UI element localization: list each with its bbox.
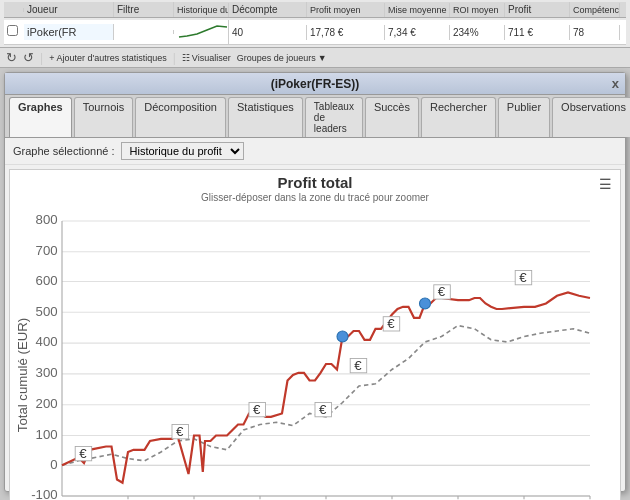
row-profit-moyen: 17,78 € [307, 25, 385, 40]
chart-svg: Total cumulé (EUR) 800 700 600 500 [18, 207, 612, 500]
col-checkbox [4, 8, 24, 12]
col-competence: Compétence [570, 3, 620, 17]
window-title-bar: (iPoker(FR-ES)) x [5, 73, 625, 95]
row-player: iPoker(FR [24, 24, 114, 40]
chart-menu-icon[interactable]: ☰ [599, 176, 612, 192]
row-checkbox[interactable] [4, 23, 24, 41]
row-roi-moyen: 234% [450, 25, 505, 40]
top-toolbar: Joueur Filtre Historique du profit Décom… [0, 0, 630, 48]
svg-text:€: € [176, 424, 184, 439]
row-decompte: 40 [229, 25, 307, 40]
svg-text:€: € [387, 316, 395, 331]
add-stats-label: Ajouter d'autres statistiques [56, 53, 166, 63]
add-stats-button[interactable]: + Ajouter d'autres statistiques [49, 53, 167, 63]
col-profit-moyen: Profit moyen [307, 3, 385, 17]
tab-graphes[interactable]: Graphes [9, 97, 72, 137]
svg-text:-100: -100 [31, 487, 57, 500]
graph-selector: Graphe sélectionné : Historique du profi… [5, 138, 625, 165]
svg-text:€: € [253, 402, 261, 417]
chart-container: Profit total Glisser-déposer dans la zon… [9, 169, 621, 500]
svg-text:400: 400 [36, 334, 58, 349]
svg-text:100: 100 [36, 427, 58, 442]
chart-icon: ☷ [182, 53, 190, 63]
plus-icon: + [49, 53, 54, 63]
groupes-label: Groupes de joueurs [237, 53, 316, 63]
undo-icon[interactable]: ↻ [6, 50, 17, 65]
chart-subtitle: Glisser-déposer dans la zone du tracé po… [18, 192, 612, 203]
window-title: (iPoker(FR-ES)) [271, 77, 360, 91]
mini-chart-svg [177, 22, 227, 40]
chart-title: Profit total [18, 174, 612, 191]
chart-svg-area[interactable]: Total cumulé (EUR) 800 700 600 500 [18, 207, 612, 500]
tab-statistiques[interactable]: Statistiques [228, 97, 303, 137]
col-profit: Profit [505, 2, 570, 17]
tab-rechercher[interactable]: Rechercher [421, 97, 496, 137]
tab-observations[interactable]: Observations [552, 97, 630, 137]
svg-point-40 [420, 298, 431, 309]
svg-text:Total cumulé (EUR): Total cumulé (EUR) [18, 318, 30, 432]
groupes-button[interactable]: Groupes de joueurs ▼ [237, 53, 327, 63]
tab-succes[interactable]: Succès [365, 97, 419, 137]
graph-selector-label: Graphe sélectionné : [13, 145, 115, 157]
tab-tableaux[interactable]: Tableaux de leaders [305, 97, 363, 137]
graph-selector-dropdown[interactable]: Historique du profit [121, 142, 244, 160]
svg-text:300: 300 [36, 365, 58, 380]
chevron-down-icon: ▼ [318, 53, 327, 63]
tabs-container: Graphes Tournois Décomposition Statistiq… [5, 95, 625, 138]
row-filtre [114, 30, 174, 34]
svg-text:500: 500 [36, 304, 58, 319]
svg-text:0: 0 [50, 457, 57, 472]
col-joueur: Joueur [24, 2, 114, 17]
visualiser-label: Visualiser [192, 53, 231, 63]
svg-point-39 [337, 331, 348, 342]
svg-text:€: € [519, 270, 527, 285]
main-window: (iPoker(FR-ES)) x Graphes Tournois Décom… [4, 72, 626, 492]
row-profit: 711 € [505, 25, 570, 40]
col-roi-moyen: ROI moyen [450, 3, 505, 17]
svg-text:€: € [438, 284, 446, 299]
svg-text:€: € [79, 446, 87, 461]
col-decompte: Décompte [229, 2, 307, 17]
svg-text:€: € [354, 358, 362, 373]
row-competence: 78 [570, 25, 620, 40]
visualiser-button[interactable]: ☷ Visualiser [182, 53, 231, 63]
svg-text:700: 700 [36, 243, 58, 258]
svg-text:€: € [319, 402, 327, 417]
svg-text:800: 800 [36, 212, 58, 227]
tab-publier[interactable]: Publier [498, 97, 550, 137]
tab-tournois[interactable]: Tournois [74, 97, 134, 137]
svg-text:200: 200 [36, 396, 58, 411]
second-toolbar: ↻ ↺ | + Ajouter d'autres statistiques | … [0, 48, 630, 68]
tab-decomposition[interactable]: Décomposition [135, 97, 226, 137]
row-mise-moyenne: 7,34 € [385, 25, 450, 40]
redo-icon[interactable]: ↺ [23, 50, 34, 65]
row-mini-chart [174, 20, 229, 44]
col-historique: Historique du profit [174, 3, 229, 17]
svg-text:600: 600 [36, 273, 58, 288]
col-filtre: Filtre [114, 2, 174, 17]
col-mise-moyenne: Mise moyenne [385, 3, 450, 17]
window-close-button[interactable]: x [612, 76, 619, 91]
